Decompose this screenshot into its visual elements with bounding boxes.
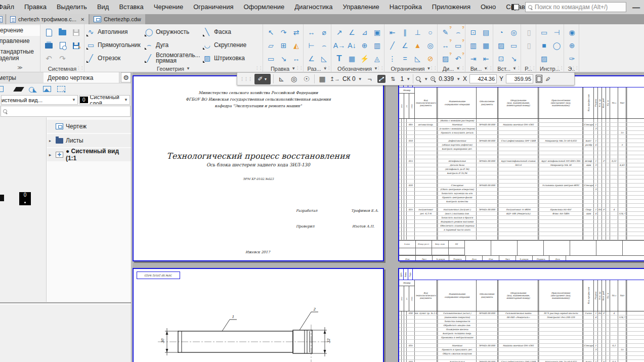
menu-item-Диагностика[interactable]: Диагностика <box>289 0 337 14</box>
open-button[interactable] <box>56 26 69 39</box>
tool-icon[interactable]: ⇄ <box>290 26 303 39</box>
geometry-button-Фаска[interactable]: ╲Фаска <box>203 25 261 38</box>
menu-item-Вид[interactable]: Вид <box>92 0 114 14</box>
tool-icon[interactable]: ⊕ <box>566 39 578 52</box>
tool-icon[interactable]: ▲ <box>411 39 424 52</box>
tool-icon[interactable]: ◺ <box>411 52 424 65</box>
tool-icon[interactable]: ◔ <box>495 26 507 39</box>
tool-icon[interactable]: ⊢ <box>305 39 318 52</box>
tool-icon[interactable]: ⌢? <box>452 26 464 39</box>
geometry-button-Вспомогатель...[interactable]: ╱Вспомогатель... прямая <box>145 52 203 65</box>
tool-icon[interactable]: ↷ <box>277 26 290 39</box>
ribbon-tab-2[interactable]: Стандартные изделия <box>0 47 40 64</box>
zoom-value[interactable]: 0.339 <box>439 75 454 82</box>
tool-icon[interactable]: ■ <box>538 39 550 52</box>
command-search-input[interactable] <box>535 4 623 11</box>
tree-item-0[interactable]: Чертеж <box>47 120 131 133</box>
menu-item-Правка[interactable]: Правка <box>19 0 52 14</box>
snap-settings-icon[interactable]: ⊾ <box>276 74 286 84</box>
redo-button[interactable]: ↷ <box>56 52 69 65</box>
tool-icon[interactable]: ▨ <box>538 52 550 65</box>
menu-item-Управление[interactable]: Управление <box>338 0 384 14</box>
tool-icon[interactable]: ▭? <box>452 39 464 52</box>
tab-parameters[interactable]: Параметры <box>0 72 44 83</box>
ribbon-tab-0[interactable]: Черчение <box>0 25 40 36</box>
interface-layout-icon[interactable] <box>511 4 519 10</box>
current-view-select[interactable]: Системный вид...▼ <box>1 95 78 105</box>
tool-icon[interactable]: ○ <box>424 26 437 39</box>
tool-icon[interactable]: ⇤ <box>386 26 399 39</box>
tool-icon[interactable]: ⊥ <box>411 26 424 39</box>
break-mode-icon[interactable] <box>377 75 385 83</box>
tool-icon[interactable]: ⊿ <box>358 26 371 39</box>
geometry-button-Дуга[interactable]: ⌢Дуга <box>145 38 203 52</box>
x-coordinate-field[interactable]: 424.36 <box>469 74 497 83</box>
tool-icon[interactable]: ▨? <box>439 52 452 65</box>
geometry-button-Прямоугольник[interactable]: ▭Прямоугольник <box>87 38 145 52</box>
tree-search-input[interactable] <box>1 106 131 117</box>
zoom-dropdown-icon[interactable]: ▼ <box>456 77 460 81</box>
coordinate-system-icon[interactable]: ↥→ <box>330 74 340 84</box>
minimize-button[interactable]: — <box>632 3 640 12</box>
menu-item-Вставка[interactable]: Вставка <box>114 0 148 14</box>
tool-icon[interactable]: ◯ <box>550 39 563 52</box>
panel-divider[interactable] <box>0 302 131 303</box>
current-layer-select[interactable]: 0 Системный слой▼ <box>79 95 130 105</box>
tab-stub[interactable] <box>0 14 6 24</box>
tree-item-1[interactable]: ▸Листы <box>47 134 131 147</box>
geometry-button-Штриховка[interactable]: ▨Штриховка <box>203 52 261 65</box>
ribbon-collapse-icon[interactable]: ≫ <box>0 65 40 70</box>
tool-icon[interactable]: ↔ <box>290 52 303 65</box>
tool-icon[interactable]: = <box>399 52 411 65</box>
tool-icon[interactable]: ◺ <box>318 52 330 65</box>
tool-icon[interactable]: ⋮ <box>386 52 399 65</box>
tool-icon[interactable]: ◉ <box>566 26 578 39</box>
group-objects-icon[interactable] <box>29 86 37 93</box>
tool-icon[interactable]: ╱ <box>386 39 399 52</box>
zoom-tool-icon[interactable] <box>416 76 421 82</box>
tool-icon[interactable]: T <box>333 52 346 65</box>
local-snap-icon[interactable]: ☉ <box>302 74 312 84</box>
geometry-button-Окружность[interactable]: ◯Окружность <box>145 25 203 38</box>
line-style-icon[interactable]: ⇅ <box>388 74 398 84</box>
tool-icon[interactable]: ⊣ <box>550 26 563 39</box>
line-style-dropdown-icon[interactable]: ▼ <box>406 77 410 81</box>
drag-handle[interactable]: ⋮⋮⋮ <box>240 76 252 81</box>
tool-icon[interactable]: ∠ <box>346 26 358 39</box>
tab-drawing-tree[interactable]: Дерево чертежа <box>44 72 119 83</box>
tool-icon[interactable]: ↘ <box>277 52 290 65</box>
tool-icon[interactable]: ✑ <box>566 52 578 65</box>
gear-icon[interactable]: ⚙ <box>121 72 131 82</box>
ortho-mode-icon[interactable]: ⌐ <box>365 74 375 84</box>
insert-image-icon[interactable] <box>43 86 51 92</box>
save-as-button[interactable]: ✎ <box>69 39 83 52</box>
cs-dropdown-icon[interactable]: ▼ <box>358 77 362 81</box>
undo-button[interactable]: ↶ <box>42 52 56 65</box>
tool-icon[interactable]: ▥ <box>467 39 480 52</box>
coordinate-system-label[interactable]: СК 0 <box>342 75 356 82</box>
tool-icon[interactable]: ▤ <box>480 26 492 39</box>
geometry-button-Скругление[interactable]: ◡Скругление <box>203 38 261 52</box>
print-button[interactable] <box>42 39 56 52</box>
tool-icon[interactable]: ▭ <box>507 39 520 52</box>
tool-icon[interactable]: А→ <box>333 39 346 52</box>
grid-icon[interactable]: ▦ <box>317 74 327 84</box>
zoom-in-icon[interactable]: + <box>431 76 436 82</box>
measure-icon[interactable] <box>536 75 542 83</box>
tool-icon[interactable]: ▯ <box>523 26 535 39</box>
expand-icon[interactable]: ▸ <box>49 139 53 143</box>
menu-item-Ограничения[interactable]: Ограничения <box>188 0 238 14</box>
expand-icon[interactable]: ▸ <box>49 153 53 157</box>
menu-item-Выделить[interactable]: Выделить <box>52 0 92 14</box>
view-frame-icon[interactable] <box>57 86 65 92</box>
save-button[interactable] <box>69 26 83 39</box>
doc-tab-inactive[interactable]: Chertezhp.cdw <box>90 14 145 24</box>
tool-icon[interactable]: ∥ <box>399 26 411 39</box>
tool-icon[interactable]: ▥ <box>371 39 383 52</box>
tool-icon[interactable]: ▭ <box>538 26 550 39</box>
tool-icon[interactable]: ✎? <box>439 26 452 39</box>
zoom-tool-dropdown-icon[interactable]: ▼ <box>424 77 428 81</box>
tool-icon[interactable]: ◭ <box>290 39 303 52</box>
command-search[interactable] <box>525 2 626 12</box>
eyedropper-icon[interactable]: ✑ <box>543 74 552 83</box>
